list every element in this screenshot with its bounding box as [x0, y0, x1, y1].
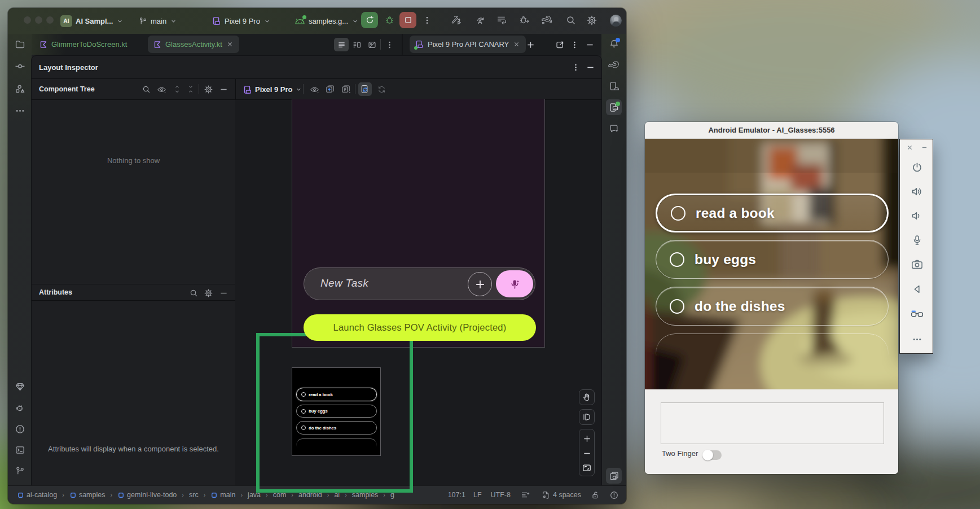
build-icon[interactable]: [451, 15, 463, 25]
run-more-menu[interactable]: [419, 12, 436, 28]
editor-mode-split-button[interactable]: [349, 38, 364, 51]
settings-gear-icon[interactable]: [587, 15, 597, 25]
run-configuration-selector[interactable]: samples.g...: [295, 8, 359, 34]
breadcrumb-item[interactable]: ai-catalog: [17, 491, 57, 499]
two-finger-toggle[interactable]: [703, 450, 722, 460]
emulator-screen[interactable]: read a book buy eggs do the dishes: [645, 139, 898, 389]
sidebar-item-terminal[interactable]: [12, 442, 28, 458]
ai-assist-status[interactable]: [511, 490, 530, 499]
attrs-search-button[interactable]: [187, 286, 200, 300]
indent-setting[interactable]: 4 spaces: [530, 491, 581, 499]
emulator-camera-button[interactable]: [900, 256, 934, 273]
attach-debugger-icon[interactable]: [519, 15, 530, 25]
inspector-options-menu[interactable]: [569, 60, 582, 74]
sidebar-item-project[interactable]: [12, 36, 28, 52]
tab-glassesactivity[interactable]: GlassesActivity.kt: [148, 36, 239, 53]
file-encoding[interactable]: UTF-8: [482, 491, 511, 499]
live-updates-toggle[interactable]: [358, 82, 372, 96]
sidebar-item-gradle[interactable]: [606, 57, 622, 73]
refresh-button[interactable]: [375, 82, 388, 96]
3d-mode-button[interactable]: [579, 409, 595, 425]
emulator-more-button[interactable]: [900, 331, 934, 348]
breadcrumb-item[interactable]: gemini-live-todo: [117, 491, 177, 499]
tree-hide-button[interactable]: [217, 82, 230, 96]
line-ending[interactable]: LF: [465, 491, 482, 499]
breadcrumb-item[interactable]: samples: [69, 491, 106, 499]
split-minimize-button[interactable]: [582, 38, 597, 51]
sidebar-item-gemini[interactable]: [606, 121, 622, 137]
zoom-in-button[interactable]: [579, 431, 594, 446]
gradle-sync-icon[interactable]: [541, 15, 553, 25]
tree-view-options-button[interactable]: [155, 82, 168, 96]
sidebar-item-device-explorer[interactable]: [606, 468, 622, 484]
split-options-menu[interactable]: [567, 38, 582, 51]
export-button[interactable]: [339, 82, 353, 96]
sidebar-item-layout-inspector[interactable]: [606, 99, 622, 115]
zoom-to-fit-button[interactable]: [579, 460, 594, 475]
vcs-branch-widget[interactable]: main: [139, 8, 177, 34]
tab-glimmertodoscreen[interactable]: GlimmerToDoScreen.kt: [34, 36, 133, 53]
tree-expand-all-button[interactable]: [170, 82, 184, 96]
add-task-button[interactable]: [468, 272, 492, 296]
editor-options-menu[interactable]: [382, 38, 397, 51]
emulator-glasses-button[interactable]: [900, 305, 934, 322]
emulator-power-button[interactable]: [900, 159, 934, 175]
close-icon[interactable]: [513, 41, 520, 48]
emulator-titlebar[interactable]: Android Emulator - AI_Glasses:5556: [645, 122, 898, 139]
sidebar-item-running-devices[interactable]: [606, 78, 622, 94]
todo-pill-buy-eggs[interactable]: buy eggs: [656, 240, 889, 279]
emulator-volume-up-button[interactable]: [900, 183, 934, 200]
todo-pill-do-the-dishes[interactable]: do the dishes: [656, 287, 889, 326]
window-minimize-button[interactable]: [35, 16, 42, 24]
editor-mode-code-button[interactable]: [334, 38, 349, 51]
sidebar-item-commit[interactable]: [12, 58, 28, 74]
snapshot-button[interactable]: [323, 82, 337, 96]
open-in-window-button[interactable]: [552, 38, 567, 51]
inspector-minimize-button[interactable]: [583, 60, 597, 74]
inspector-device-selector[interactable]: Pixel 9 Pro: [243, 79, 302, 100]
editor-mode-design-button[interactable]: [364, 38, 379, 51]
sidebar-item-problems[interactable]: [12, 421, 28, 437]
breadcrumb-item[interactable]: src: [189, 491, 199, 499]
todo-pill-read-a-book[interactable]: read a book: [656, 194, 889, 232]
pan-mode-button[interactable]: [579, 389, 595, 405]
voice-input-button[interactable]: [496, 270, 533, 297]
sidebar-item-version-control[interactable]: [12, 463, 28, 479]
apply-code-changes-icon[interactable]: [496, 15, 507, 25]
rerun-button[interactable]: [361, 12, 378, 28]
window-close-button[interactable]: [24, 16, 31, 24]
file-lock-status[interactable]: [581, 491, 600, 499]
toolbar-minimize-button[interactable]: [915, 142, 934, 153]
attrs-settings-button[interactable]: [201, 286, 215, 300]
stop-button[interactable]: [399, 12, 416, 28]
debug-button[interactable]: [381, 12, 398, 28]
launch-glasses-pov-button[interactable]: Launch Glasses POV Activity (Projected): [304, 314, 536, 341]
emulator-back-button[interactable]: [900, 280, 934, 297]
project-widget[interactable]: AI AI Sampl...: [60, 8, 124, 34]
emulator-volume-down-button[interactable]: [900, 207, 934, 224]
attrs-hide-button[interactable]: [217, 286, 230, 300]
emulator-text-input[interactable]: [661, 402, 884, 444]
user-avatar[interactable]: [610, 15, 622, 27]
zoom-out-button[interactable]: [579, 446, 594, 460]
breadcrumb-item[interactable]: main: [210, 491, 235, 499]
window-zoom-button[interactable]: [46, 16, 54, 24]
sidebar-item-notifications[interactable]: [606, 36, 622, 51]
search-icon[interactable]: [566, 15, 576, 25]
device-screen-render[interactable]: New Task Launch Glasses POV Activity (Pr…: [292, 99, 545, 348]
inspection-status[interactable]: [600, 491, 618, 499]
tree-collapse-all-button[interactable]: [184, 82, 197, 96]
emulator-mic-button[interactable]: [900, 231, 934, 248]
new-task-input[interactable]: New Task: [304, 267, 535, 300]
sidebar-item-app-quality-insights[interactable]: [12, 379, 28, 394]
canvas-view-options-button[interactable]: [307, 82, 321, 96]
apply-ui-changes-icon[interactable]: [475, 15, 486, 25]
tab-running-device[interactable]: Pixel 9 Pro API CANARY: [410, 36, 526, 53]
split-add-tab-button[interactable]: [523, 38, 538, 51]
sidebar-item-more[interactable]: [12, 103, 28, 119]
sidebar-item-structure[interactable]: [12, 81, 28, 96]
sidebar-item-logcat[interactable]: [12, 400, 28, 416]
tree-search-button[interactable]: [139, 82, 153, 96]
close-icon[interactable]: [226, 41, 234, 48]
tree-settings-button[interactable]: [201, 82, 215, 96]
